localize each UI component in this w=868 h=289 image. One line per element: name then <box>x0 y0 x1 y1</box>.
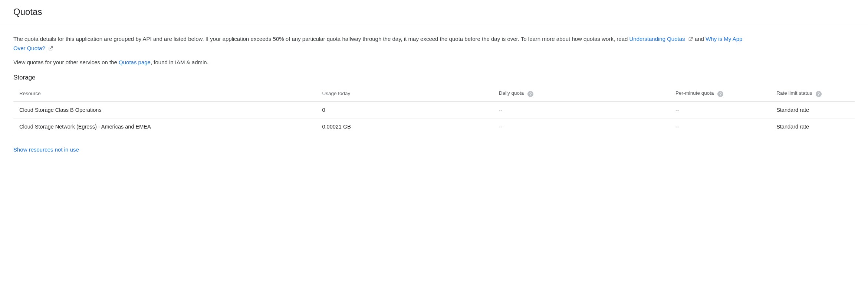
cell-rate-limit-status: Standard rate <box>770 101 855 118</box>
intro-paragraph: The quota details for this application a… <box>13 35 755 53</box>
view-quotas-text-2: , found in IAM & admin. <box>151 59 208 65</box>
cell-usage-today: 0 <box>316 101 493 118</box>
col-header-rate-limit-status-label: Rate limit status <box>776 90 812 96</box>
intro-text-1: The quota details for this application a… <box>13 36 629 42</box>
cell-daily-quota: -- <box>493 118 670 135</box>
help-icon[interactable]: ? <box>816 91 822 97</box>
table-header-row: Resource Usage today Daily quota ? Per-m… <box>13 86 855 102</box>
external-link-icon <box>688 35 693 44</box>
cell-daily-quota: -- <box>493 101 670 118</box>
col-header-per-minute-quota-label: Per-minute quota <box>675 90 714 96</box>
view-quotas-line: View quotas for your other services on t… <box>13 58 855 66</box>
help-icon[interactable]: ? <box>527 91 533 97</box>
page-title: Quotas <box>13 7 855 17</box>
show-resources-not-in-use-link[interactable]: Show resources not in use <box>13 146 79 153</box>
col-header-daily-quota: Daily quota ? <box>493 86 670 102</box>
col-header-usage-today: Usage today <box>316 86 493 102</box>
table-row: Cloud Storage Network (Egress) - America… <box>13 118 855 135</box>
quota-table: Resource Usage today Daily quota ? Per-m… <box>13 86 855 135</box>
col-header-resource: Resource <box>13 86 316 102</box>
col-header-rate-limit-status: Rate limit status ? <box>770 86 855 102</box>
cell-per-minute-quota: -- <box>670 101 770 118</box>
col-header-daily-quota-label: Daily quota <box>499 90 524 96</box>
cell-usage-today: 0.00021 GB <box>316 118 493 135</box>
quotas-page-link[interactable]: Quotas page <box>119 59 151 65</box>
intro-text-2: and <box>695 36 706 42</box>
section-title-storage: Storage <box>13 74 855 81</box>
external-link-icon <box>48 45 53 53</box>
understanding-quotas-link[interactable]: Understanding Quotas <box>629 36 685 42</box>
cell-resource: Cloud Storage Network (Egress) - America… <box>13 118 316 135</box>
view-quotas-text-1: View quotas for your other services on t… <box>13 59 119 65</box>
understanding-quotas-link-label: Understanding Quotas <box>629 36 685 42</box>
col-header-per-minute-quota: Per-minute quota ? <box>670 86 770 102</box>
table-row: Cloud Storage Class B Operations 0 -- --… <box>13 101 855 118</box>
cell-rate-limit-status: Standard rate <box>770 118 855 135</box>
cell-resource: Cloud Storage Class B Operations <box>13 101 316 118</box>
help-icon[interactable]: ? <box>717 91 723 97</box>
quotas-page-link-label: Quotas page <box>119 59 151 65</box>
cell-per-minute-quota: -- <box>670 118 770 135</box>
